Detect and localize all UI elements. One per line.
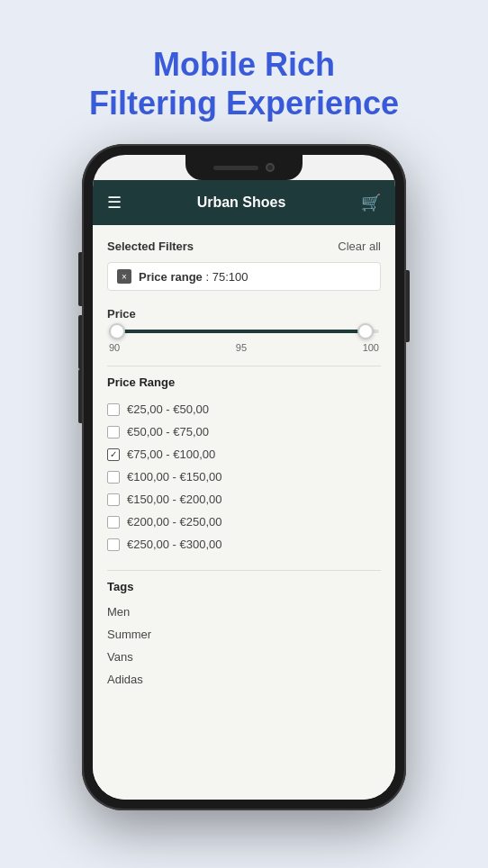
checkbox-box[interactable]: [107, 426, 120, 439]
price-range-option[interactable]: €150,00 - €200,00: [107, 488, 381, 511]
hamburger-icon[interactable]: ☰: [107, 193, 122, 212]
active-filter-tag: × Price range : 75:100: [107, 262, 381, 291]
range-label-left: 90: [109, 342, 120, 353]
price-range-option[interactable]: €50,00 - €75,00: [107, 420, 381, 443]
price-range-title: Price Range: [107, 375, 381, 389]
filter-value: 75:100: [212, 270, 249, 284]
filter-remove-button[interactable]: ×: [117, 269, 131, 284]
checkbox-label: €150,00 - €200,00: [127, 493, 222, 506]
checkbox-label: €75,00 - €100,00: [127, 448, 215, 461]
price-range-slider[interactable]: 90 95 100: [107, 330, 381, 353]
selected-filters-header: Selected Filters Clear all: [107, 240, 381, 253]
app-header: ☰ Urban Shoes 🛒: [93, 180, 395, 225]
tags-section: Tags MenSummerVansAdidas: [107, 580, 381, 691]
price-range-option[interactable]: €75,00 - €100,00: [107, 443, 381, 466]
checkbox-label: €250,00 - €300,00: [127, 538, 222, 551]
speaker: [213, 166, 258, 170]
range-labels: 90 95 100: [109, 342, 379, 353]
price-section-title: Price: [107, 307, 381, 321]
divider-2: [107, 570, 381, 571]
range-thumb-right[interactable]: [357, 323, 374, 339]
checkbox-label: €50,00 - €75,00: [127, 425, 209, 439]
range-thumb-left[interactable]: [109, 323, 125, 339]
app-content: Selected Filters Clear all × Price range…: [93, 225, 395, 800]
range-fill: [117, 330, 366, 333]
checkbox-box[interactable]: [107, 403, 120, 416]
hero-title-line2: Filtering Experience: [89, 85, 399, 122]
tag-item[interactable]: Adidas: [107, 668, 381, 691]
hero-title-line1: Mobile Rich: [153, 46, 335, 83]
checkbox-box[interactable]: [107, 448, 120, 461]
range-label-mid: 95: [236, 342, 247, 353]
price-range-options: €25,00 - €50,00€50,00 - €75,00€75,00 - €…: [107, 398, 381, 556]
clear-all-button[interactable]: Clear all: [338, 240, 381, 253]
checkbox-box[interactable]: [107, 493, 120, 506]
price-range-option[interactable]: €25,00 - €50,00: [107, 398, 381, 420]
filter-label-bold: Price range: [139, 270, 203, 284]
checkbox-label: €25,00 - €50,00: [127, 402, 209, 416]
filter-colon: :: [203, 270, 212, 284]
tag-item[interactable]: Vans: [107, 646, 381, 668]
app-title: Urban Shoes: [197, 194, 286, 211]
checkbox-label: €200,00 - €250,00: [127, 515, 222, 529]
camera: [266, 163, 275, 172]
checkbox-box[interactable]: [107, 538, 120, 551]
price-range-section: Price Range €25,00 - €50,00€50,00 - €75,…: [107, 375, 381, 556]
tags-title: Tags: [107, 580, 381, 593]
phone-screen: ☰ Urban Shoes 🛒 Selected Filters Clear a…: [93, 155, 395, 800]
tag-item[interactable]: Men: [107, 601, 381, 623]
selected-filters-label: Selected Filters: [107, 240, 194, 253]
filter-tag-text: Price range : 75:100: [139, 270, 248, 284]
price-range-option[interactable]: €100,00 - €150,00: [107, 466, 381, 488]
divider-1: [107, 366, 381, 366]
cart-icon[interactable]: 🛒: [361, 193, 381, 212]
price-range-option[interactable]: €200,00 - €250,00: [107, 511, 381, 533]
price-range-option[interactable]: €250,00 - €300,00: [107, 533, 381, 556]
notch: [185, 155, 303, 180]
tags-list: MenSummerVansAdidas: [107, 601, 381, 691]
checkbox-box[interactable]: [107, 471, 120, 484]
checkbox-label: €100,00 - €150,00: [127, 470, 222, 484]
hero-section: Mobile Rich Filtering Experience: [89, 45, 399, 122]
checkbox-box[interactable]: [107, 516, 120, 529]
phone-mockup: ☰ Urban Shoes 🛒 Selected Filters Clear a…: [82, 144, 406, 810]
tag-item[interactable]: Summer: [107, 623, 381, 646]
range-track: [109, 330, 379, 333]
range-label-right: 100: [363, 342, 379, 353]
